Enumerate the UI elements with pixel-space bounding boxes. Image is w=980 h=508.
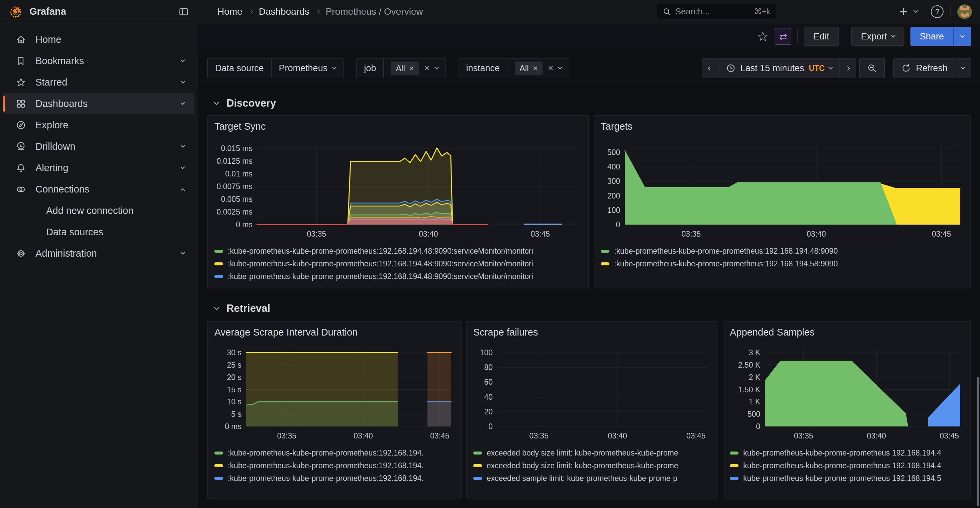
legend-item[interactable]: kube-prometheus-kube-prome-prometheus 19… xyxy=(730,459,964,472)
sidebar-item-administration[interactable]: Administration xyxy=(3,243,194,264)
legend-swatch xyxy=(730,451,738,454)
section-retrieval[interactable]: Retrieval xyxy=(215,301,970,316)
time-shift-back-button[interactable] xyxy=(702,59,718,78)
legend-item[interactable]: :kube-prometheus-kube-prome-prometheus:1… xyxy=(215,459,455,472)
svg-text:03:45: 03:45 xyxy=(530,230,550,238)
svg-text:30 s: 30 s xyxy=(227,348,242,357)
instance-value-chip[interactable]: All × xyxy=(515,62,542,75)
search-input[interactable]: Search... ⌘+k xyxy=(657,4,776,19)
legend-swatch xyxy=(215,477,223,480)
share-dropdown-button[interactable] xyxy=(953,27,971,46)
legend-item[interactable]: :kube-prometheus-kube-prome-prometheus:1… xyxy=(215,244,582,257)
sidebar-header: Grafana xyxy=(0,0,198,24)
svg-text:1 K: 1 K xyxy=(749,397,760,406)
sidebar-item-add-new-connection[interactable]: Add new connection xyxy=(3,200,194,221)
appended-samples-chart[interactable]: 05001 K1.50 K2 K2.50 K3 K03:3503:4003:45 xyxy=(730,345,964,443)
collapse-sidebar-icon[interactable] xyxy=(178,6,189,17)
legend-swatch xyxy=(215,250,223,252)
legend-label: :kube-prometheus-kube-prome-prometheus:1… xyxy=(228,247,582,256)
legend-item[interactable]: exceeded body size limit: kube-prometheu… xyxy=(473,459,711,472)
sidebar-item-connections[interactable]: Connections xyxy=(3,178,194,200)
panel-title[interactable]: Appended Samples xyxy=(730,327,964,339)
chevron-down-icon xyxy=(181,250,185,255)
average-scrape-interval-chart[interactable]: 0 ms5 s10 s15 s20 s25 s30 s03:3503:4003:… xyxy=(215,345,455,443)
refresh-interval-button[interactable] xyxy=(955,59,971,78)
targets-chart[interactable]: 010020030040050003:3503:4003:45 xyxy=(601,140,964,241)
refresh-button[interactable]: Refresh xyxy=(894,59,955,78)
sidebar-item-data-sources[interactable]: Data sources xyxy=(3,221,194,243)
help-icon[interactable]: ? xyxy=(931,5,943,18)
sidebar-item-bookmarks[interactable]: Bookmarks xyxy=(3,50,194,71)
legend-item[interactable]: exceeded body size limit: kube-prometheu… xyxy=(473,446,711,459)
favorite-star-icon[interactable]: ☆ xyxy=(757,30,769,43)
panel-title[interactable]: Targets xyxy=(601,121,964,133)
instance-select[interactable]: All × × xyxy=(508,59,569,78)
svg-text:3 K: 3 K xyxy=(749,348,760,357)
panel-title[interactable]: Target Sync xyxy=(215,121,582,133)
legend-swatch xyxy=(730,464,738,467)
svg-text:03:40: 03:40 xyxy=(807,230,826,238)
sidebar-item-label: Connections xyxy=(35,184,181,195)
target-sync-chart[interactable]: 0 ms0.0025 ms0.005 ms0.0075 ms0.01 ms0.0… xyxy=(215,140,582,241)
legend-label: exceeded sample limit: kube-prometheus-k… xyxy=(487,474,711,483)
legend: kube-prometheus-kube-prome-prometheus 19… xyxy=(730,446,964,484)
remove-value-icon[interactable]: × xyxy=(409,64,414,73)
section-discovery[interactable]: Discovery xyxy=(215,96,970,111)
legend: exceeded body size limit: kube-prometheu… xyxy=(473,446,711,484)
topbar-actions: + ? xyxy=(900,4,972,19)
scrape-failures-chart[interactable]: 02040608010003:3503:4003:45 xyxy=(473,345,711,443)
panel-title[interactable]: Average Scrape Interval Duration xyxy=(215,327,455,339)
sidebar-item-dashboards[interactable]: Dashboards xyxy=(3,93,194,114)
edit-button[interactable]: Edit xyxy=(804,27,839,46)
legend-item[interactable]: :kube-prometheus-kube-prome-prometheus:1… xyxy=(215,270,582,283)
breadcrumb-home[interactable]: Home xyxy=(217,6,242,17)
export-button[interactable]: Export xyxy=(851,27,904,46)
legend-item[interactable]: :kube-prometheus-kube-prome-prometheus:1… xyxy=(601,257,964,270)
legend-item[interactable]: :kube-prometheus-kube-prome-prometheus:1… xyxy=(601,244,964,257)
legend-item[interactable]: exceeded sample limit: kube-prometheus-k… xyxy=(473,472,711,484)
legend-item[interactable]: kube-prometheus-kube-prome-prometheus 19… xyxy=(730,446,964,459)
clear-all-icon[interactable]: × xyxy=(548,64,553,73)
legend-label: :kube-prometheus-kube-prome-prometheus:1… xyxy=(228,259,582,268)
time-shift-forward-button[interactable] xyxy=(840,59,856,78)
legend-item[interactable]: :kube-prometheus-kube-prome-prometheus:1… xyxy=(215,472,455,484)
legend-swatch xyxy=(473,464,482,467)
legend-label: kube-prometheus-kube-prome-prometheus 19… xyxy=(743,461,964,470)
breadcrumb-dashboards[interactable]: Dashboards xyxy=(259,6,309,17)
svg-text:03:45: 03:45 xyxy=(686,432,706,440)
zoom-out-button[interactable] xyxy=(859,59,885,78)
chevron-down-icon xyxy=(181,79,185,84)
job-value-chip[interactable]: All × xyxy=(391,62,419,75)
top-bar: Home Dashboards Prometheus / Overview Se… xyxy=(198,0,980,24)
datasource-label: Data source xyxy=(208,59,272,78)
legend-label: kube-prometheus-kube-prome-prometheus 19… xyxy=(743,474,964,483)
time-range-picker[interactable]: Last 15 minutes UTC xyxy=(718,59,840,78)
svg-text:0: 0 xyxy=(488,422,493,431)
svg-text:400: 400 xyxy=(608,162,620,171)
remove-value-icon[interactable]: × xyxy=(533,64,538,73)
sidebar-item-starred[interactable]: Starred xyxy=(3,71,194,93)
datasource-select[interactable]: Prometheus xyxy=(272,59,344,78)
svg-text:300: 300 xyxy=(608,177,620,186)
sidebar-item-explore[interactable]: Explore xyxy=(3,114,194,136)
datasource-switch-button[interactable]: ⇄ xyxy=(775,28,791,45)
panel-appended-samples: Appended Samples 05001 K1.50 K2 K2.50 K3… xyxy=(723,321,970,499)
legend-item[interactable]: :kube-prometheus-kube-prome-prometheus:1… xyxy=(215,446,455,459)
filter-bar: Data source Prometheus job All × × xyxy=(198,49,980,87)
legend-item[interactable]: :kube-prometheus-kube-prome-prometheus:1… xyxy=(215,257,582,270)
legend-item[interactable]: kube-prometheus-kube-prome-prometheus 19… xyxy=(730,472,964,484)
svg-text:0.0075 ms: 0.0075 ms xyxy=(217,182,253,191)
scrollbar[interactable] xyxy=(977,377,979,506)
sidebar-item-home[interactable]: Home xyxy=(3,29,194,50)
legend-swatch xyxy=(473,477,482,480)
sidebar-item-drilldown[interactable]: Drilldown xyxy=(3,136,194,157)
add-icon[interactable]: + xyxy=(900,5,907,18)
user-avatar[interactable] xyxy=(957,4,972,19)
datasource-picker: Data source Prometheus xyxy=(207,58,344,78)
panel-title[interactable]: Scrape failures xyxy=(473,327,711,339)
chevron-down-icon[interactable] xyxy=(913,8,918,13)
sidebar-item-alerting[interactable]: Alerting xyxy=(3,157,194,178)
job-select[interactable]: All × × xyxy=(383,59,445,78)
clear-all-icon[interactable]: × xyxy=(424,64,430,73)
share-button[interactable]: Share xyxy=(910,27,953,46)
